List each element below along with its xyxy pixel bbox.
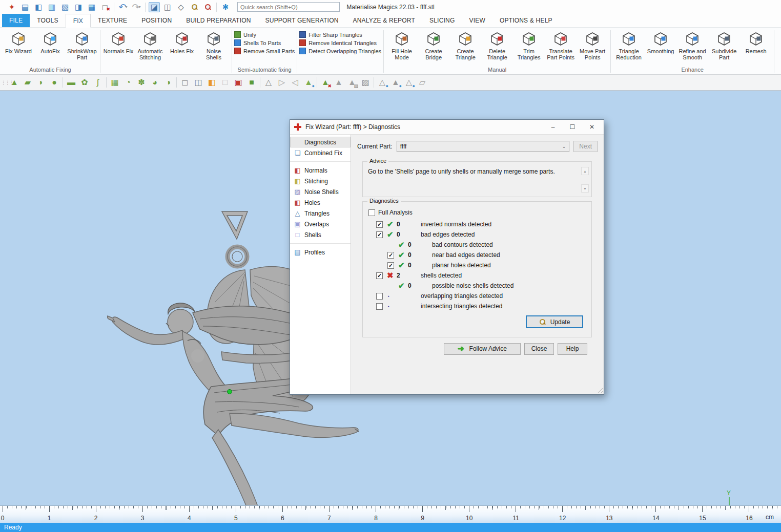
cube-ghost-icon[interactable]: □ xyxy=(219,76,231,89)
normals-fix-button[interactable]: Normals Fix xyxy=(102,29,134,55)
help-button[interactable]: Help xyxy=(558,343,587,355)
viewport-3d[interactable]: Y Z X Fix Wizard (Part: ffff) > Diagnost… xyxy=(0,91,781,505)
flip-triangle-icon[interactable]: ◁ xyxy=(289,76,301,89)
triangle-hole-icon[interactable]: △● xyxy=(376,76,388,89)
holes-fix-button[interactable]: Holes Fix xyxy=(166,29,198,55)
save-project-icon[interactable]: ▥ xyxy=(46,2,57,12)
wizard-page-item[interactable]: ▨ Noise Shells xyxy=(290,186,351,197)
remove-part-icon[interactable]: ◻ ✖ xyxy=(99,2,111,12)
bend-triangle-icon[interactable]: ▷ xyxy=(276,76,288,89)
mark-triangles-icon[interactable]: ▲ xyxy=(8,76,20,89)
automatic-stitching-button[interactable]: Automatic Stitching xyxy=(134,29,166,61)
freeform-marking-icon[interactable]: ✿ xyxy=(78,76,91,89)
quick-search-input[interactable] xyxy=(237,2,340,12)
wizard-page-item[interactable]: □ Shells xyxy=(290,229,351,240)
menu-tab[interactable]: OPTIONS & HELP xyxy=(492,14,560,27)
diagnostic-checkbox[interactable] xyxy=(387,262,394,269)
menu-tab[interactable]: SUPPORT GENERATION xyxy=(258,14,346,27)
dialog-close-button[interactable]: ✕ xyxy=(584,121,600,133)
update-button[interactable]: Update xyxy=(526,315,583,328)
noise-shells-button[interactable]: Noise Shells xyxy=(198,29,230,61)
cube-view-icon[interactable]: ◻ xyxy=(179,76,191,89)
mark-surfaces-icon[interactable]: ◗ xyxy=(35,76,47,89)
refine-and-smooth-button[interactable]: Refine and Smooth xyxy=(676,29,708,61)
view-cube-icon[interactable]: ◇ xyxy=(175,2,187,12)
dialog-titlebar[interactable]: Fix Wizard (Part: ffff) > Diagnostics – … xyxy=(290,120,604,135)
create-bridge-button[interactable]: Create Bridge xyxy=(418,29,449,61)
window-marking-icon[interactable]: ▦ xyxy=(109,76,121,89)
next-button[interactable]: Next xyxy=(573,141,598,152)
triangle-ball-icon[interactable]: △● xyxy=(403,76,415,89)
save-project-as-icon[interactable]: ▧ xyxy=(59,2,71,12)
menu-tab[interactable]: FILE xyxy=(2,14,30,27)
follow-advice-button[interactable]: ➜ Follow Advice xyxy=(444,343,521,355)
wizard-page-item[interactable]: Diagnostics xyxy=(290,137,351,147)
diagnostic-checkbox[interactable] xyxy=(376,221,383,228)
mark-triangle-drop-icon[interactable]: ▲● xyxy=(302,76,315,89)
load-part-icon[interactable]: ◨ xyxy=(73,2,84,12)
cube-green-icon[interactable]: ■ xyxy=(245,76,258,89)
dialog-minimize-button[interactable]: – xyxy=(545,121,561,133)
cube-marked-icon[interactable]: ▣ xyxy=(232,76,244,89)
triangle-reduction-button[interactable]: Triangle Reduction xyxy=(613,29,645,61)
scroll-up-icon[interactable]: ▲ xyxy=(581,167,589,175)
remesh-button[interactable]: Remesh xyxy=(740,29,772,55)
half-marking-icon[interactable]: ◑ xyxy=(162,76,174,89)
menu-tab[interactable]: FIX xyxy=(66,14,91,28)
remove-identical-triangles-button[interactable]: Remove Identical Triangles xyxy=(299,39,377,46)
trim-triangles-button[interactable]: Trim Triangles xyxy=(513,29,545,61)
diagnostic-checkbox[interactable] xyxy=(376,293,383,300)
triangle-drops-icon[interactable]: ▲● xyxy=(389,76,402,89)
zoom-part-icon[interactable]: ◫ xyxy=(162,2,173,12)
create-triangle-button[interactable]: Create Triangle xyxy=(449,29,481,61)
wizard-page-item[interactable]: ◧ Normals xyxy=(290,165,351,176)
shrinkwrap-part-button[interactable]: ShrinkWrap Part xyxy=(66,29,98,61)
filter-sharp-triangles-button[interactable]: Filter Sharp Triangles xyxy=(299,31,362,38)
zoom-out-icon[interactable] xyxy=(202,2,213,12)
invert-marked-icon[interactable]: ▲ xyxy=(333,76,345,89)
mark-planes-icon[interactable]: ▰ xyxy=(22,76,34,89)
shells-to-parts-button[interactable]: Shells To Parts xyxy=(234,39,281,46)
delete-triangle-button[interactable]: Delete Triangle xyxy=(481,29,513,61)
cube-panes-icon[interactable]: ◫ xyxy=(192,76,204,89)
brush-marking-icon[interactable]: ◔ xyxy=(122,76,134,89)
save-part-icon[interactable]: ▦ xyxy=(86,2,97,12)
scroll-down-icon[interactable]: ▼ xyxy=(581,184,589,193)
select-triangle-icon[interactable]: △ xyxy=(262,76,275,89)
diagnostic-checkbox[interactable] xyxy=(376,272,383,279)
diagnostic-checkbox[interactable] xyxy=(376,303,383,310)
open-file-icon[interactable]: ◧ xyxy=(33,2,44,12)
fill-hole-mode-button[interactable]: Fill Hole Mode xyxy=(386,29,418,61)
fix-wizard-button[interactable]: Fix Wizard xyxy=(3,29,34,55)
undo-icon[interactable]: ↶ ▾ xyxy=(117,2,129,12)
wizard-page-item[interactable]: ▣ Overlaps xyxy=(290,219,351,229)
magics-logo-icon[interactable]: ✦ xyxy=(6,2,17,12)
triangle-outline-icon[interactable]: ▱ xyxy=(416,76,428,89)
diagnostic-checkbox[interactable] xyxy=(376,231,383,238)
cube-orange-icon[interactable]: ◧ xyxy=(205,76,218,89)
full-analysis-checkbox[interactable] xyxy=(368,209,375,216)
polyline-marking-icon[interactable]: ∫ xyxy=(92,76,104,89)
diagnostic-checkbox[interactable] xyxy=(387,252,394,259)
copy-marked-icon[interactable]: ▲▤ xyxy=(346,76,358,89)
view-selected-part-icon[interactable]: ◪ xyxy=(149,2,160,12)
redo-icon[interactable]: ↷ ▾ xyxy=(131,2,142,12)
subdivide-part-button[interactable]: Subdivide Part xyxy=(708,29,740,61)
translate-part-points-button[interactable]: Translate Part Points xyxy=(545,29,577,61)
pie-marking-icon[interactable]: ◕ xyxy=(149,76,161,89)
mark-shells-icon[interactable]: ● xyxy=(48,76,60,89)
new-part-icon[interactable]: ▤ xyxy=(19,2,31,12)
current-part-dropdown[interactable]: ffff ⌄ xyxy=(397,141,570,152)
menu-tab[interactable]: ANALYZE & REPORT xyxy=(346,14,422,27)
menu-tab[interactable]: TEXTURE xyxy=(91,14,134,27)
toolbar-drag-handle[interactable]: ⋮⋮⋮ xyxy=(1,80,4,85)
menu-tab[interactable]: VIEW xyxy=(462,14,492,27)
delete-marked-triangles-icon[interactable]: ▲✖ xyxy=(319,76,332,89)
star-marking-icon[interactable]: ✽ xyxy=(135,76,148,89)
menu-tab[interactable]: SLICING xyxy=(422,14,462,27)
rectangle-marking-icon[interactable]: ▬ xyxy=(65,76,77,89)
menu-tab[interactable]: BUILD PREPARATION xyxy=(179,14,258,27)
detect-overlapping-triangles-button[interactable]: Detect Overlapping Triangles xyxy=(299,48,381,54)
remove-small-parts-button[interactable]: Remove Small Parts xyxy=(234,48,295,54)
autofix-button[interactable]: AutoFix xyxy=(34,29,66,55)
